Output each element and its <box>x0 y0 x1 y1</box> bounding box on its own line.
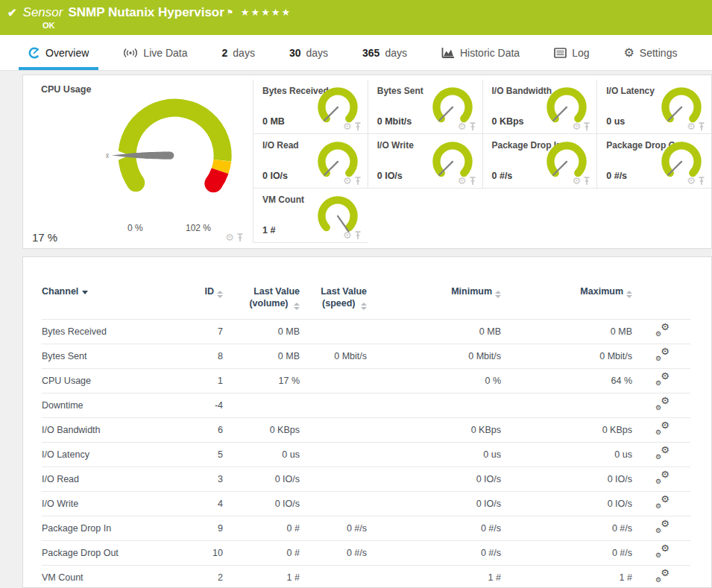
pin-icon[interactable] <box>698 177 705 186</box>
gauge-value: 0 IO/s <box>262 171 288 181</box>
channel-name-cell[interactable]: I/O Bandwidth <box>42 418 182 443</box>
table-row[interactable]: VM Count21 #1 #1 #⚙⚙ <box>42 566 690 588</box>
tab-historic-data[interactable]: Historic Data <box>432 35 529 70</box>
gauge-cell: I/O Bandwidth0 KBps⚙ <box>482 80 597 134</box>
channel-name-cell[interactable]: Bytes Received <box>42 320 182 344</box>
channel-name-cell[interactable]: Bytes Sent <box>42 344 182 369</box>
table-row[interactable]: I/O Bandwidth60 KBps0 KBps0 KBps⚙⚙ <box>42 418 690 443</box>
channel-settings-icon[interactable]: ⚙⚙ <box>655 399 670 411</box>
channel-settings-icon[interactable]: ⚙⚙ <box>655 448 670 460</box>
gear-icon[interactable]: ⚙ <box>343 230 352 240</box>
channel-name-cell[interactable]: I/O Write <box>42 492 182 516</box>
column-header[interactable]: Last Value(volume) <box>223 285 300 320</box>
sort-icon[interactable] <box>495 291 501 298</box>
channel-settings-icon[interactable]: ⚙⚙ <box>655 374 670 386</box>
channel-settings-icon[interactable]: ⚙⚙ <box>655 497 670 509</box>
sensor-title: SNMP Nutanix Hypervisor <box>68 4 224 21</box>
sort-icon[interactable] <box>626 291 632 298</box>
column-header[interactable]: Last Value(speed) <box>300 285 367 320</box>
gear-icon[interactable]: ⚙ <box>458 176 467 186</box>
channel-settings-icon[interactable]: ⚙⚙ <box>655 571 670 583</box>
cpu-gauge-cell: CPU Usage x̄ 17 % 0 % 102 % ⚙ <box>23 75 253 248</box>
channel-id-cell: 5 <box>182 443 223 467</box>
column-header[interactable]: ID <box>182 285 223 320</box>
tab-log[interactable]: Log <box>544 35 599 70</box>
sort-icon[interactable] <box>217 291 223 298</box>
tab-overview[interactable]: Overview <box>19 35 98 70</box>
last-value-speed-cell <box>300 566 367 588</box>
table-row[interactable]: CPU Usage117 %0 %64 %⚙⚙ <box>42 369 690 393</box>
gauge-value: 0 #/s <box>606 171 627 181</box>
gear-icon[interactable]: ⚙ <box>573 121 582 131</box>
gear-icon[interactable]: ⚙ <box>343 176 352 186</box>
pin-icon[interactable] <box>354 177 362 186</box>
tab-365-days[interactable]: 365days <box>353 35 417 70</box>
table-row[interactable]: Bytes Received70 MB0 MB0 MB⚙⚙ <box>42 320 690 344</box>
gauge-min-label: 0 % <box>127 223 143 233</box>
table-row[interactable]: I/O Write40 IO/s0 IO/s0 IO/s⚙⚙ <box>42 492 690 516</box>
gear-icon[interactable]: ⚙ <box>687 121 696 131</box>
channel-name-cell[interactable]: Downtime <box>42 393 182 418</box>
gear-icon[interactable]: ⚙ <box>458 121 467 131</box>
pin-icon[interactable] <box>583 177 590 186</box>
channel-name-cell[interactable]: Package Drop Out <box>42 541 182 566</box>
channel-settings-icon[interactable]: ⚙⚙ <box>655 472 670 484</box>
table-row[interactable]: Package Drop In90 #0 #/s0 #/s0 #/s⚙⚙ <box>42 516 690 541</box>
priority-stars[interactable]: ★★★★★ <box>241 4 292 21</box>
pin-icon[interactable] <box>236 233 244 242</box>
channel-name-cell[interactable]: I/O Latency <box>42 443 182 467</box>
pin-icon[interactable] <box>354 122 362 131</box>
channel-settings-cell: ⚙⚙ <box>632 492 690 516</box>
pin-icon[interactable] <box>469 122 476 131</box>
gear-icon[interactable]: ⚙ <box>687 176 696 186</box>
channel-name-cell[interactable]: Package Drop In <box>42 516 182 541</box>
channel-settings-icon[interactable]: ⚙⚙ <box>655 350 670 361</box>
last-value-speed-cell <box>300 443 367 467</box>
sort-icon[interactable] <box>361 303 367 310</box>
pin-icon[interactable] <box>469 177 476 186</box>
column-header[interactable]: Maximum <box>501 285 632 320</box>
flag-icon[interactable]: ⚑ <box>227 4 233 21</box>
channel-name-cell[interactable]: CPU Usage <box>42 369 182 393</box>
last-value-volume-cell: 0 IO/s <box>223 467 300 492</box>
sensor-banner: ✔ Sensor SNMP Nutanix Hypervisor ⚑ ★★★★★… <box>0 0 712 35</box>
channel-settings-icon[interactable]: ⚙⚙ <box>655 546 670 558</box>
pin-icon[interactable] <box>698 122 705 131</box>
tab-30-days[interactable]: 30days <box>280 35 338 70</box>
small-gauges-grid: Bytes Received0 MB⚙Bytes Sent0 Mbit/s⚙I/… <box>253 75 711 248</box>
tab-live-data[interactable]: Live Data <box>113 35 197 70</box>
sort-desc-icon[interactable] <box>82 291 88 294</box>
gear-icon[interactable]: ⚙ <box>225 233 234 242</box>
last-value-volume-cell: 0 # <box>223 516 300 541</box>
channel-settings-cell: ⚙⚙ <box>632 320 690 344</box>
channel-settings-icon[interactable]: ⚙⚙ <box>655 423 670 435</box>
gear-icon[interactable]: ⚙ <box>573 176 582 186</box>
table-row[interactable]: I/O Latency50 us0 us0 us⚙⚙ <box>42 443 690 467</box>
gauge-cell: I/O Read0 IO/s⚙ <box>253 134 368 189</box>
last-value-volume-cell: 1 # <box>223 566 300 588</box>
channel-name-cell[interactable]: I/O Read <box>42 467 182 492</box>
column-header[interactable]: Minimum <box>367 285 501 320</box>
gauge-cell: Bytes Sent0 Mbit/s⚙ <box>368 80 482 134</box>
column-header[interactable]: Channel <box>42 285 182 320</box>
pin-icon[interactable] <box>583 122 590 131</box>
gauge-title: I/O Bandwidth <box>492 86 552 96</box>
channel-settings-icon[interactable]: ⚙⚙ <box>655 522 670 534</box>
tab-2-days[interactable]: 2days <box>212 35 265 70</box>
sort-icon[interactable] <box>294 303 300 310</box>
channel-name-cell[interactable]: VM Count <box>42 566 182 588</box>
gauge-cell: Package Drop Out0 #/s⚙ <box>596 134 711 189</box>
last-value-volume-cell: 0 IO/s <box>223 492 300 516</box>
channel-settings-icon[interactable]: ⚙⚙ <box>655 325 670 337</box>
minimum-cell: 0 KBps <box>367 418 501 443</box>
object-kind-label: Sensor <box>23 4 63 21</box>
table-row[interactable]: Downtime-4⚙⚙ <box>42 393 690 418</box>
channel-id-cell: 1 <box>182 369 223 393</box>
pin-icon[interactable] <box>354 231 362 240</box>
gear-icon[interactable]: ⚙ <box>343 121 352 131</box>
tab-settings[interactable]: ⚙Settings <box>614 35 687 70</box>
table-row[interactable]: I/O Read30 IO/s0 IO/s0 IO/s⚙⚙ <box>42 467 690 492</box>
table-row[interactable]: Package Drop Out100 #0 #/s0 #/s0 #/s⚙⚙ <box>42 541 690 566</box>
table-row[interactable]: Bytes Sent80 MB0 Mbit/s0 Mbit/s0 Mbit/s⚙… <box>42 344 690 369</box>
channel-settings-cell: ⚙⚙ <box>632 418 690 443</box>
